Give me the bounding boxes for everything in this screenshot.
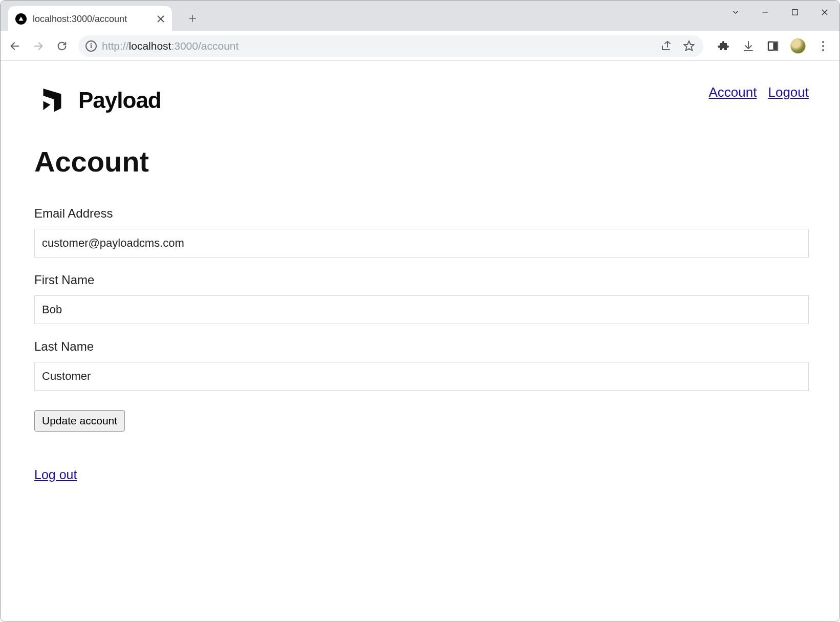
url-port: :3000	[171, 40, 198, 52]
browser-tab[interactable]: localhost:3000/account	[8, 6, 172, 32]
tab-search-button[interactable]	[721, 1, 750, 24]
share-icon[interactable]	[659, 39, 674, 53]
first-name-input[interactable]	[34, 295, 809, 324]
profile-avatar[interactable]	[790, 38, 806, 54]
bookmark-star-icon[interactable]	[682, 39, 696, 53]
email-label: Email Address	[34, 206, 809, 221]
address-bar[interactable]: i http://localhost:3000/account	[78, 35, 703, 57]
email-input[interactable]	[34, 229, 809, 258]
svg-marker-18	[44, 101, 51, 111]
payload-logo-icon	[34, 81, 70, 119]
extensions-icon[interactable]	[717, 39, 731, 53]
window-maximize-button[interactable]	[780, 1, 810, 24]
url-text: http://localhost:3000/account	[102, 40, 654, 52]
tab-title: localhost:3000/account	[33, 14, 150, 25]
account-form: Email Address First Name Last Name Updat…	[34, 206, 809, 432]
side-panel-icon[interactable]	[766, 39, 780, 53]
field-last-name: Last Name	[34, 339, 809, 391]
omnibox-actions	[659, 39, 696, 53]
url-path: /account	[198, 40, 239, 52]
page-content: Payload Account Logout Account Email Add…	[1, 61, 839, 523]
last-name-label: Last Name	[34, 339, 809, 354]
header-nav: Account Logout	[709, 81, 809, 100]
field-first-name: First Name	[34, 273, 809, 324]
titlebar: localhost:3000/account	[1, 1, 839, 31]
site-info-icon[interactable]: i	[85, 40, 97, 52]
last-name-input[interactable]	[34, 362, 809, 391]
url-scheme: http://	[102, 40, 129, 52]
logout-link[interactable]: Log out	[34, 467, 77, 482]
browser-menu-button[interactable]	[816, 41, 830, 51]
favicon-icon	[15, 13, 27, 25]
svg-marker-12	[684, 41, 694, 51]
page-title: Account	[34, 145, 809, 178]
first-name-label: First Name	[34, 273, 809, 287]
browser-toolbar: i http://localhost:3000/account	[1, 31, 839, 61]
downloads-icon[interactable]	[741, 39, 756, 53]
svg-rect-6	[792, 9, 798, 15]
url-host: localhost	[129, 40, 171, 52]
brand: Payload	[34, 81, 161, 119]
close-tab-button[interactable]	[157, 15, 165, 23]
new-tab-button[interactable]	[182, 8, 203, 29]
window-minimize-button[interactable]	[750, 1, 780, 24]
back-button[interactable]	[5, 36, 25, 56]
window-controls	[721, 1, 839, 24]
svg-rect-16	[773, 42, 778, 50]
reload-button[interactable]	[52, 36, 72, 56]
window-close-button[interactable]	[810, 1, 839, 24]
forward-button[interactable]	[28, 36, 49, 56]
page-header: Payload Account Logout	[34, 81, 809, 119]
browser-window: localhost:3000/account	[0, 0, 840, 622]
brand-name: Payload	[78, 88, 161, 113]
viewport[interactable]: Payload Account Logout Account Email Add…	[1, 61, 839, 621]
field-email: Email Address	[34, 206, 809, 258]
update-account-button[interactable]: Update account	[34, 410, 125, 432]
svg-marker-0	[19, 17, 24, 21]
nav-link-logout[interactable]: Logout	[768, 84, 809, 100]
nav-link-account[interactable]: Account	[709, 84, 757, 100]
toolbar-right	[709, 38, 835, 54]
svg-marker-17	[44, 89, 61, 112]
